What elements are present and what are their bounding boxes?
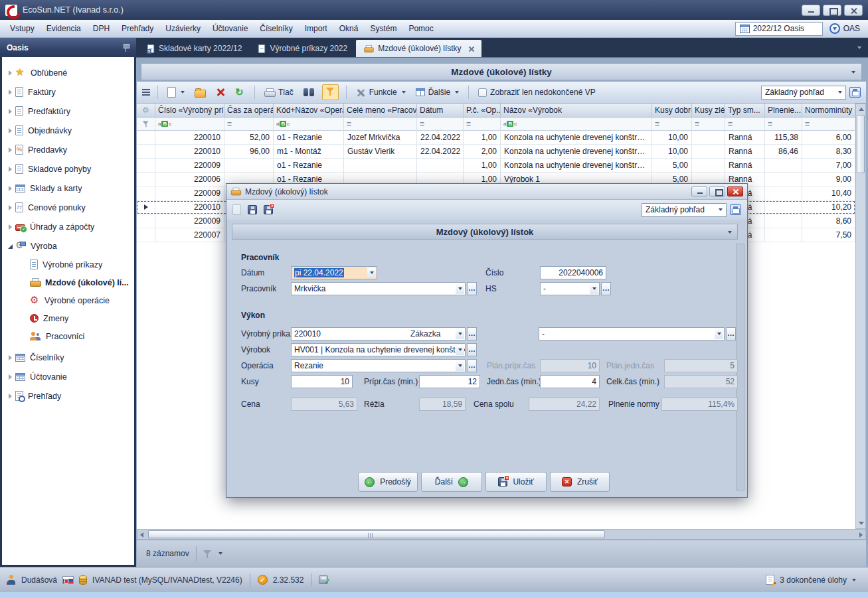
dialog-close-button[interactable] xyxy=(727,187,743,196)
cell[interactable] xyxy=(765,200,802,214)
hscroll-thumb[interactable] xyxy=(148,530,605,538)
sidebar-item-uctovanie[interactable]: Účtovanie xyxy=(2,367,134,386)
vyrobok-ellipsis-button[interactable]: … xyxy=(467,343,477,356)
dialog-view-select[interactable]: Základný pohľad xyxy=(642,203,727,217)
cell[interactable]: 220010 xyxy=(155,131,224,145)
zakazka-ellipsis-button[interactable]: … xyxy=(726,327,736,340)
cell[interactable]: 8,60 xyxy=(802,214,855,228)
dialog-restore-button[interactable] xyxy=(709,187,725,196)
cell[interactable]: 52,00 xyxy=(224,131,274,145)
sidebar-item-zmeny[interactable]: Zmeny xyxy=(2,309,134,327)
cell[interactable] xyxy=(344,159,417,173)
vyrobny_prikaz-dropdown-icon[interactable] xyxy=(456,329,464,339)
show-unfinished-checkbox[interactable]: Zobraziť len nedokončené VP xyxy=(476,86,598,98)
cell[interactable]: 7,50 xyxy=(802,228,855,242)
cell[interactable] xyxy=(224,159,274,173)
cell[interactable] xyxy=(692,131,725,145)
cell[interactable]: Ranná xyxy=(725,159,765,173)
cell[interactable]: 220006 xyxy=(155,173,224,187)
cell[interactable]: o1 - Rezanie xyxy=(274,159,344,173)
scroll-left-icon[interactable] xyxy=(140,532,143,538)
menu-item-ciselniky[interactable]: Číselníky xyxy=(254,21,298,37)
save-view-icon[interactable] xyxy=(849,87,861,98)
pracovnik-ellipsis-button[interactable]: … xyxy=(467,282,477,295)
filter-cell[interactable]: = xyxy=(725,117,765,131)
slovak-flag-icon[interactable] xyxy=(62,576,74,584)
oas-menu[interactable]: OAS xyxy=(829,23,860,34)
cell[interactable]: 6,00 xyxy=(802,131,855,145)
expand-arrow-icon[interactable] xyxy=(7,69,15,77)
column-header-datum[interactable]: Dátum xyxy=(417,104,464,117)
menu-item-prehlady[interactable]: Prehľady xyxy=(116,21,159,37)
more-button[interactable]: Ďalšie xyxy=(414,86,461,98)
sidebar-item-sklady-a-karty[interactable]: Sklady a karty xyxy=(2,179,134,198)
vyrobok-dropdown-icon[interactable] xyxy=(456,344,464,355)
filter-cell[interactable]: aBc xyxy=(155,117,224,131)
toolbar-menu-icon[interactable] xyxy=(142,89,150,96)
hs-dropdown-icon[interactable] xyxy=(590,283,598,294)
cell[interactable] xyxy=(765,159,802,173)
column-header-cele-meno-pracov[interactable]: Celé meno «Pracov... xyxy=(344,104,417,117)
sidebar-item-faktury[interactable]: Faktúry xyxy=(2,82,134,102)
cell[interactable] xyxy=(417,159,464,173)
cell[interactable]: Konzola na uchytenie drevenej konštr… xyxy=(501,145,652,159)
cell[interactable]: 220009 xyxy=(155,214,224,228)
zakazka-field[interactable]: - xyxy=(539,327,725,340)
cell[interactable]: 86,46 xyxy=(765,145,802,159)
filter-cell[interactable]: = xyxy=(765,117,802,131)
cell[interactable]: 8,30 xyxy=(802,145,855,159)
sidebar-item-prehlady[interactable]: Prehľady xyxy=(2,386,134,406)
expand-arrow-icon[interactable] xyxy=(7,127,15,135)
filter-cell[interactable]: aBc xyxy=(501,117,652,131)
cell[interactable]: 2,00 xyxy=(464,145,501,159)
column-header-cislo-vyrobny-pri[interactable]: Číslo «Výrobný prí... xyxy=(155,104,224,117)
sidebar-item-skladove-pohyby[interactable]: Skladové pohyby xyxy=(2,159,134,179)
cell[interactable]: 1,00 xyxy=(464,131,501,145)
tasks-status[interactable]: 3 dokončené úlohy xyxy=(766,575,861,585)
table-row[interactable]: 220009o1 - Rezanie1,00Konzola na uchyten… xyxy=(137,159,855,173)
datum-dropdown-icon[interactable] xyxy=(367,267,376,278)
pracovnik-dropdown-icon[interactable] xyxy=(456,283,464,294)
menu-item-pomoc[interactable]: Pomoc xyxy=(402,21,439,37)
view-select[interactable]: Základný pohľad xyxy=(761,86,846,100)
expand-arrow-icon[interactable] xyxy=(7,146,15,154)
vyrobny_prikaz-ellipsis-button[interactable]: … xyxy=(467,327,477,340)
maximize-button[interactable] xyxy=(823,5,841,16)
column-header-kod-nazov-operaci[interactable]: Kód+Názov «Operáci... xyxy=(274,104,344,117)
filter-cell[interactable]: = xyxy=(224,117,274,131)
sidebar-item-mzdove-ukolove-li[interactable]: Mzdové (úkolové) lí... xyxy=(2,273,134,291)
expand-arrow-icon[interactable] xyxy=(7,204,15,212)
cell[interactable]: 10,40 xyxy=(802,187,855,200)
cell[interactable]: 10,00 xyxy=(652,145,692,159)
menu-item-uctovanie[interactable]: Účtovanie xyxy=(207,21,254,37)
cell[interactable]: 220010 xyxy=(155,145,224,159)
cell[interactable]: 7,00 xyxy=(802,159,855,173)
cell[interactable]: 10,20 xyxy=(802,200,855,214)
cell[interactable] xyxy=(692,145,725,159)
sidebar-item-pracovnici[interactable]: Pracovníci xyxy=(2,327,134,345)
table-row[interactable]: 22001052,00o1 - RezanieJozef Mrkvička22.… xyxy=(137,131,855,145)
cell[interactable] xyxy=(765,187,802,200)
operacia-ellipsis-button[interactable]: … xyxy=(467,359,477,372)
table-row[interactable]: 22001096,00m1 - MontážGustáv Vierik22.04… xyxy=(137,145,855,159)
cell[interactable]: 9,00 xyxy=(802,173,855,187)
operacia-field[interactable]: Rezanie xyxy=(291,359,466,372)
cell[interactable]: 1,00 xyxy=(464,159,501,173)
filter-cell[interactable]: = xyxy=(802,117,855,131)
filter-cell[interactable]: = xyxy=(692,117,725,131)
cell[interactable] xyxy=(765,228,802,242)
expand-arrow-icon[interactable] xyxy=(7,373,15,381)
column-header-cas-za-operaciu[interactable]: Čas za operáciu xyxy=(224,104,274,117)
menu-item-evidencia[interactable]: Evidencia xyxy=(41,21,87,37)
filter-button[interactable] xyxy=(322,84,339,100)
cell[interactable]: 10,00 xyxy=(652,131,692,145)
next-button[interactable]: Ďalší xyxy=(421,472,482,492)
cell[interactable]: 220009 xyxy=(155,187,224,200)
filter-cell[interactable]: aBc xyxy=(274,117,344,131)
menu-item-import[interactable]: Import xyxy=(299,21,333,37)
tab-skladove-karty-2022-12[interactable]: Skladové karty 2022/12 xyxy=(139,40,249,57)
expand-arrow-icon[interactable] xyxy=(7,165,15,173)
refresh-button[interactable] xyxy=(233,86,247,99)
column-header-p-c-op[interactable]: P.č. «Op... xyxy=(464,104,501,117)
gear-icon[interactable]: ⚙ xyxy=(142,106,149,115)
